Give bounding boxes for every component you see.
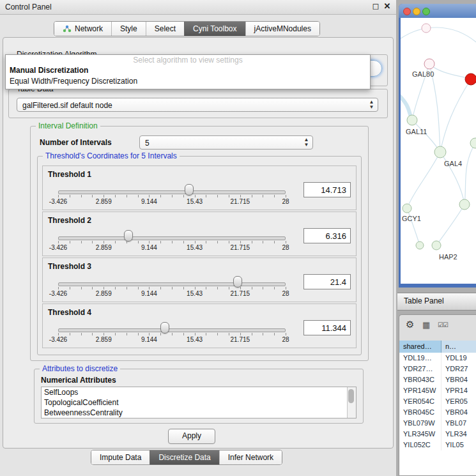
threshold-2-panel: Threshold 2 -3.426 2.859 9.144 15.43 21.… [42,211,357,256]
threshold-value-field[interactable]: 14.713 [303,182,351,197]
threshold-1-panel: Threshold 1 -3.426 2.859 9.144 15.43 21.… [42,165,357,210]
tab-select[interactable]: Select [146,22,184,36]
apply-button[interactable]: Apply [168,429,215,444]
network-canvas[interactable]: GAL80 GAL11 GAL4 GCY1 HAP2 [401,18,476,284]
attributes-list[interactable]: SelfLoops TopologicalCoefficient Between… [41,387,357,418]
cell[interactable]: YER05 [441,396,476,407]
cell[interactable]: YDL19 [441,353,476,364]
dropdown-hint: Select algorithm to view settings [6,56,370,65]
column-layout-icon[interactable]: ▦ [422,320,430,330]
threshold-value-field[interactable]: 21.4 [303,274,351,289]
table-row[interactable]: YBR045C YBR04 [399,407,476,418]
table-row[interactable]: YIL052C YIL05 [399,440,476,450]
node-label[interactable]: GAL11 [406,128,427,135]
table-row[interactable]: YLR345W YLR34 [399,429,476,440]
tab-label: Impute Data [100,450,141,464]
tab-label: Network [75,22,103,36]
slider-thumb[interactable] [233,276,242,288]
minimize-traffic-light-icon[interactable] [413,8,420,15]
select-columns-icon[interactable]: ☑☑ [438,321,448,328]
threshold-value-field[interactable]: 11.344 [303,320,351,335]
menu-item-equal-width-frequency[interactable]: Equal Width/Frequency Discretization [10,77,137,86]
gear-icon[interactable]: ⚙ [406,319,414,330]
scrollbar-thumb[interactable] [348,389,354,403]
scale-tick-label: 21.715 [231,290,250,297]
cell[interactable]: YIL05 [441,440,476,450]
cell[interactable]: YDR27… [399,364,441,374]
tab-discretize-data[interactable]: Discretize Data [150,450,219,464]
close-traffic-light-icon[interactable] [403,8,411,15]
network-window-titlebar[interactable] [399,4,476,18]
tab-impute-data[interactable]: Impute Data [91,450,150,464]
cell[interactable]: YPR145W [399,385,441,396]
cell[interactable]: YIL052C [399,440,441,450]
table-data-combobox[interactable]: galFiltered.sif default node ▲ ▼ [17,98,378,112]
table-row[interactable]: YDL19… YDL19 [399,353,476,364]
tab-style[interactable]: Style [111,22,146,36]
table-row[interactable]: YBL079W YBL07 [399,418,476,429]
list-scrollbar[interactable] [347,387,356,418]
table-panel-header[interactable]: Table Panel [397,293,476,311]
table-row[interactable]: YPR145W YPR14 [399,385,476,396]
column-header-name[interactable]: n… [441,341,476,353]
table-row[interactable]: YBR043C YBR04 [399,374,476,385]
table-row[interactable]: YER054C YER05 [399,396,476,407]
top-tab-bar: Network Style Select Cyni Toolbox jActiv… [54,21,320,36]
screen: Control Panel ◻ ✕ Network Style Select [0,0,476,476]
cell[interactable]: YDL19… [399,353,441,364]
float-window-icon[interactable]: ◻ [371,1,381,11]
slider-thumb[interactable] [124,230,133,242]
slider-track[interactable] [58,236,286,240]
column-header-shared-name[interactable]: shared… [399,341,441,353]
slider-ticks [58,241,286,243]
scale-tick-label: 28 [282,244,289,251]
threshold-1-slider[interactable]: -3.426 2.859 9.144 15.43 21.715 28 [58,166,286,210]
cell[interactable]: YDR27 [441,364,476,374]
threshold-value-field[interactable]: 6.316 [303,228,351,243]
close-window-icon[interactable]: ✕ [382,1,392,11]
interval-definition-group: Interval Definition Number of Intervals … [30,126,369,361]
number-of-intervals-combobox[interactable]: 5 ▲ ▼ [139,135,313,150]
table-row[interactable]: YDR27… YDR27 [399,364,476,374]
slider-scale: -3.426 2.859 9.144 15.43 21.715 28 [58,198,286,206]
slider-thumb[interactable] [160,322,169,334]
cell[interactable]: YBL079W [399,418,441,429]
table-body: YDL19… YDL19 YDR27… YDR27 YBR043C YBR04 … [399,353,476,475]
slider-track[interactable] [58,328,286,332]
cell[interactable]: YER054C [399,396,441,407]
cell[interactable]: YLR34 [441,429,476,440]
cell[interactable]: YBL07 [441,418,476,429]
cell[interactable]: YBR04 [441,407,476,418]
network-graph [401,18,476,284]
zoom-traffic-light-icon[interactable] [422,8,430,15]
tab-infer-network[interactable]: Infer Network [219,450,282,464]
node-label[interactable]: HAP2 [439,253,457,261]
list-item[interactable]: SelfLoops [42,387,356,397]
threshold-4-slider[interactable]: -3.426 2.859 9.144 15.43 21.715 28 [58,304,286,348]
list-item[interactable]: TopologicalCoefficient [42,397,356,408]
cell[interactable]: YBR045C [399,407,441,418]
tab-label: Discretize Data [158,450,210,464]
node-label[interactable]: GAL80 [412,70,434,78]
node-label[interactable]: GAL4 [444,160,462,167]
scale-tick-label: 15.43 [187,198,203,205]
cell[interactable]: YBR043C [399,374,441,385]
menu-item-manual-discretization[interactable]: Manual Discretization [10,66,88,75]
slider-track[interactable] [58,282,286,286]
cell[interactable]: YBR04 [441,374,476,385]
list-item[interactable]: BetweennessCentrality [42,408,356,418]
table-panel-title: Table Panel [404,293,444,309]
node-label[interactable]: GCY1 [402,215,421,222]
threshold-2-slider[interactable]: -3.426 2.859 9.144 15.43 21.715 28 [58,212,286,256]
threshold-3-slider[interactable]: -3.426 2.859 9.144 15.43 21.715 28 [58,258,286,302]
slider-thumb[interactable] [185,184,194,196]
tab-network[interactable]: Network [54,22,111,36]
scale-tick-label: 15.43 [187,244,203,251]
tab-jactivemnodules[interactable]: jActiveMNodules [245,22,319,36]
slider-track[interactable] [58,190,286,194]
window-title: Control Panel [5,0,52,14]
scale-tick-label: 9.144 [141,244,157,251]
tab-cyni-toolbox[interactable]: Cyni Toolbox [184,22,245,36]
cell[interactable]: YLR345W [399,429,441,440]
cell[interactable]: YPR14 [441,385,476,396]
